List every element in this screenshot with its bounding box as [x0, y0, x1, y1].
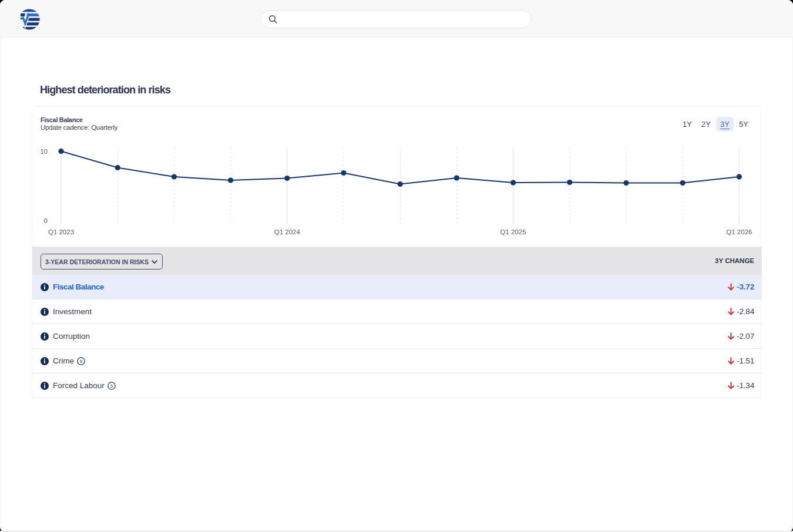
svg-text:Q1 2024: Q1 2024	[274, 228, 301, 235]
svg-text:Q1 2026: Q1 2026	[726, 228, 752, 235]
svg-text:s: s	[110, 383, 113, 389]
svg-text:10: 10	[40, 148, 48, 155]
svg-text:Q1 2025: Q1 2025	[500, 228, 526, 235]
svg-text:0: 0	[44, 217, 48, 224]
svg-text:Q1 2023: Q1 2023	[48, 228, 74, 235]
svg-text:s: s	[80, 358, 83, 364]
